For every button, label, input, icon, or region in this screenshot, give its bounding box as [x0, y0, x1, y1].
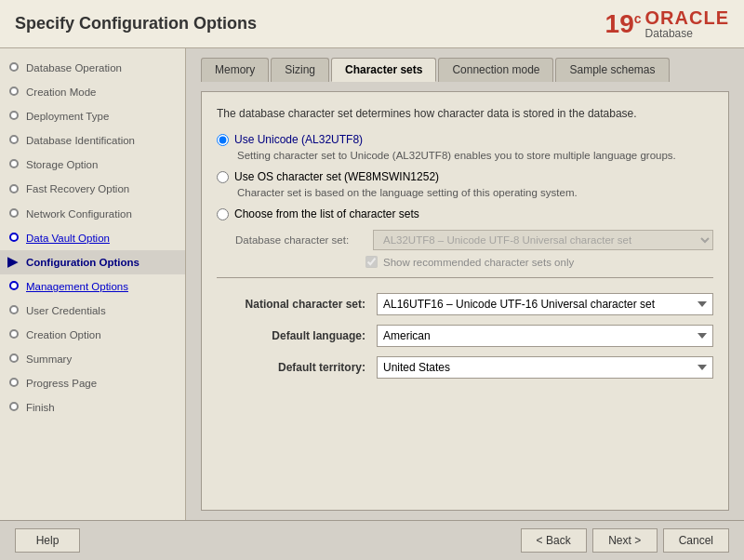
sidebar-item-creation-option[interactable]: Creation Option	[0, 323, 185, 347]
radio-unicode-desc: Setting character set to Unicode (AL32UT…	[237, 148, 713, 163]
sidebar-item-data-vault[interactable]: Data Vault Option	[0, 226, 185, 250]
default-territory-label: Default territory:	[217, 361, 365, 374]
bullet-icon	[9, 327, 19, 342]
default-language-select[interactable]: American	[377, 325, 713, 347]
bullet-icon	[9, 352, 19, 367]
sidebar-item-storage-option[interactable]: Storage Option	[0, 153, 185, 177]
main-content: Database Operation Creation Mode Deploym…	[0, 48, 744, 520]
national-charset-select[interactable]: AL16UTF16 – Unicode UTF-16 Universal cha…	[377, 293, 713, 315]
radio-option-os: Use OS character set (WE8MSWIN1252) Char…	[217, 170, 713, 200]
bullet-icon	[9, 181, 19, 196]
oracle-name: ORACLE	[645, 7, 729, 29]
radio-unicode-input[interactable]	[217, 134, 229, 146]
charset-section: Database character set: AL32UTF8 – Unico…	[235, 230, 713, 268]
tab-memory[interactable]: Memory	[201, 58, 269, 82]
sidebar-item-network-config[interactable]: Network Configuration	[0, 202, 185, 226]
bullet-icon	[9, 207, 19, 221]
sidebar-item-db-identification[interactable]: Database Identification	[0, 128, 185, 153]
header: Specify Configuration Options 19c ORACLE…	[0, 0, 744, 48]
default-language-label: Default language:	[217, 329, 365, 342]
default-territory-row: Default territory: United States	[217, 356, 713, 379]
divider	[217, 277, 713, 278]
radio-os-desc: Character set is based on the language s…	[237, 185, 713, 200]
show-recommended-label: Show recommended character sets only	[383, 257, 574, 268]
show-recommended-checkbox	[365, 256, 378, 268]
radio-unicode-label[interactable]: Use Unicode (AL32UTF8)	[217, 133, 713, 146]
radio-os-label[interactable]: Use OS character set (WE8MSWIN1252)	[217, 170, 713, 183]
content-area: The database character set determines ho…	[201, 91, 729, 511]
default-territory-select[interactable]: United States	[377, 356, 713, 379]
tab-sizing[interactable]: Sizing	[271, 58, 329, 82]
show-recommended-row: Show recommended character sets only	[365, 256, 713, 268]
bullet-icon	[9, 376, 19, 391]
radio-custom-label[interactable]: Choose from the list of character sets	[217, 207, 713, 220]
description-text: The database character set determines ho…	[217, 105, 713, 122]
default-language-row: Default language: American	[217, 325, 713, 347]
current-step-icon: ▶	[7, 253, 18, 272]
tabs-container: Memory Sizing Character sets Connection …	[201, 58, 729, 82]
bullet-icon	[9, 109, 19, 124]
radio-os-input[interactable]	[217, 171, 229, 183]
sidebar-item-fast-recovery[interactable]: Fast Recovery Option	[0, 177, 185, 201]
sidebar-item-db-operation[interactable]: Database Operation	[0, 56, 185, 80]
tab-sample-schemas[interactable]: Sample schemas	[555, 58, 669, 82]
footer-right: < Back Next > Cancel	[521, 528, 729, 553]
sidebar-item-management[interactable]: Management Options	[0, 274, 185, 299]
db-charset-select: AL32UTF8 – Unicode UTF-8 Universal chara…	[373, 230, 713, 250]
bullet-icon	[9, 303, 19, 318]
bullet-icon	[9, 85, 19, 100]
tab-character-sets[interactable]: Character sets	[331, 58, 436, 82]
bullet-icon	[9, 279, 19, 294]
oracle-version: 19c	[605, 9, 642, 39]
oracle-db-label: Database	[645, 27, 693, 40]
cancel-button[interactable]: Cancel	[663, 528, 729, 553]
oracle-logo: 19c ORACLE Database	[605, 7, 729, 40]
sidebar-item-creation-mode[interactable]: Creation Mode	[0, 80, 185, 104]
footer: Help < Back Next > Cancel	[0, 520, 744, 560]
sidebar-item-finish[interactable]: Finish	[0, 395, 185, 420]
sidebar-item-progress-page[interactable]: Progress Page	[0, 371, 185, 395]
bullet-icon	[9, 231, 19, 246]
footer-left: Help	[15, 528, 80, 553]
bullet-icon	[9, 133, 19, 148]
sidebar-item-summary[interactable]: Summary	[0, 347, 185, 371]
national-charset-row: National character set: AL16UTF16 – Unic…	[217, 293, 713, 315]
radio-option-unicode: Use Unicode (AL32UTF8) Setting character…	[217, 133, 713, 163]
tab-connection-mode[interactable]: Connection mode	[438, 58, 553, 82]
sidebar-item-config-options[interactable]: ▶ Configuration Options	[0, 250, 185, 274]
back-button[interactable]: < Back	[521, 528, 587, 553]
page-title: Specify Configuration Options	[15, 14, 257, 33]
oracle-text: ORACLE Database	[645, 7, 729, 40]
sidebar-item-user-credentials[interactable]: User Credentials	[0, 299, 185, 323]
right-panel: Memory Sizing Character sets Connection …	[186, 48, 744, 520]
form-section: National character set: AL16UTF16 – Unic…	[217, 293, 713, 379]
db-charset-row: Database character set: AL32UTF8 – Unico…	[235, 230, 713, 250]
sidebar-item-deployment-type[interactable]: Deployment Type	[0, 104, 185, 128]
radio-option-custom: Choose from the list of character sets	[217, 207, 713, 220]
bullet-icon	[9, 400, 19, 415]
bullet-icon	[9, 60, 19, 75]
national-charset-label: National character set:	[217, 298, 365, 311]
bullet-icon	[9, 157, 19, 172]
radio-custom-input[interactable]	[217, 208, 229, 220]
next-button[interactable]: Next >	[592, 528, 658, 553]
sidebar: Database Operation Creation Mode Deploym…	[0, 48, 186, 520]
db-charset-label: Database character set:	[235, 234, 365, 246]
help-button[interactable]: Help	[15, 528, 80, 553]
